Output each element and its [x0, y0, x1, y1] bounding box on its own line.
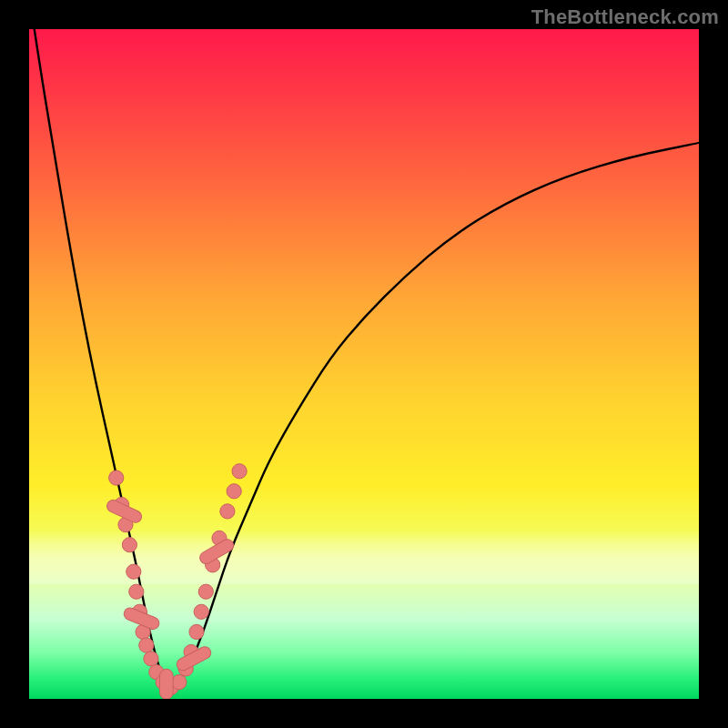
data-marker — [232, 464, 247, 479]
data-marker — [189, 624, 204, 639]
chart-frame: TheBottleneck.com — [0, 0, 728, 728]
curve-layer — [29, 29, 699, 699]
data-marker — [139, 638, 154, 652]
data-marker — [109, 470, 124, 485]
data-marker — [227, 484, 241, 499]
data-marker — [129, 584, 144, 599]
data-marker — [220, 504, 235, 519]
data-marker — [172, 675, 187, 690]
data-lozenge — [160, 669, 174, 699]
data-marker — [194, 604, 208, 619]
watermark-text: TheBottleneck.com — [531, 5, 719, 29]
data-marker — [198, 584, 213, 599]
data-marker — [126, 564, 141, 579]
data-marker — [144, 652, 158, 666]
marker-cluster — [105, 464, 247, 699]
plot-area — [29, 29, 699, 699]
data-marker — [122, 538, 136, 552]
